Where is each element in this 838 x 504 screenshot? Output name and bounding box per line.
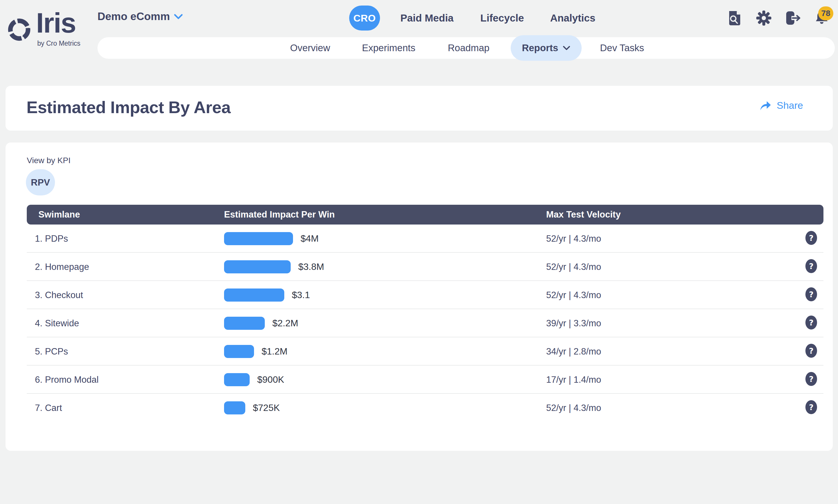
nav-analytics[interactable]: Analytics (550, 12, 595, 24)
velocity-value: 52/yr | 4.3/mo (546, 224, 601, 253)
share-label: Share (777, 100, 803, 111)
help-icon[interactable]: ? (805, 231, 817, 245)
impact-value: $3.8M (298, 253, 324, 281)
tab-reports[interactable]: Reports (511, 35, 582, 61)
table-row: 4. Sitewide $2.2M 39/yr | 3.3/mo ? (27, 309, 823, 337)
impact-value: $3.1 (292, 281, 310, 309)
table-row: 5. PCPs $1.2M 34/yr | 2.8/mo ? (27, 337, 823, 365)
nav-cro[interactable]: CRO (349, 5, 380, 31)
velocity-value: 52/yr | 4.3/mo (546, 253, 601, 281)
tab-dev-tasks[interactable]: Dev Tasks (600, 37, 644, 59)
tab-reports-label: Reports (522, 42, 558, 54)
table-row: 1. PDPs $4M 52/yr | 4.3/mo ? (27, 224, 823, 253)
nav-lifecycle[interactable]: Lifecycle (480, 12, 524, 24)
nav-paid-media[interactable]: Paid Media (400, 12, 453, 24)
swimlane-label: 7. Cart (35, 394, 62, 422)
col-swimlane: Swimlane (38, 205, 80, 224)
impact-bar (224, 345, 254, 358)
swimlane-label: 2. Homepage (35, 253, 89, 281)
impact-report-card: View by KPI RPV Swimlane Estimated Impac… (5, 143, 833, 451)
table-body: 1. PDPs $4M 52/yr | 4.3/mo ? 2. Homepage… (27, 224, 823, 422)
swimlane-label: 4. Sitewide (35, 309, 79, 337)
account-name: Demo eComm (97, 11, 170, 23)
tab-experiments[interactable]: Experiments (362, 37, 415, 59)
file-search-icon[interactable] (727, 10, 742, 26)
col-impact: Estimated Impact Per Win (224, 205, 335, 224)
kpi-pill-rpv[interactable]: RPV (26, 169, 55, 195)
help-icon[interactable]: ? (805, 372, 817, 386)
impact-bar (224, 232, 293, 245)
velocity-value: 52/yr | 4.3/mo (546, 281, 601, 309)
aperture-logo-icon (6, 16, 33, 43)
swimlane-label: 3. Checkout (35, 281, 83, 309)
impact-bar (224, 373, 250, 386)
impact-bar (224, 401, 245, 414)
help-icon[interactable]: ? (805, 287, 817, 301)
velocity-value: 52/yr | 4.3/mo (546, 394, 601, 422)
table-row: 2. Homepage $3.8M 52/yr | 4.3/mo ? (27, 253, 823, 281)
table-row: 3. Checkout $3.1 52/yr | 4.3/mo ? (27, 281, 823, 309)
iris-logo: Iris by Cro Metrics (6, 15, 82, 50)
impact-value: $4M (301, 224, 319, 253)
settings-gear-icon[interactable] (756, 10, 771, 26)
app-root: Iris by Cro Metrics Demo eComm CRO Paid … (0, 0, 838, 504)
table-row: 6. Promo Modal $900K 17/yr | 1.4/mo ? (27, 365, 823, 394)
swimlane-label: 1. PDPs (35, 224, 68, 253)
impact-value: $900K (257, 365, 284, 394)
velocity-value: 39/yr | 3.3/mo (546, 309, 601, 337)
velocity-value: 34/yr | 2.8/mo (546, 337, 601, 365)
chevron-down-icon (563, 46, 570, 51)
col-velocity: Max Test Velocity (546, 205, 621, 224)
title-card: Estimated Impact By Area Share (5, 86, 833, 130)
view-by-kpi-label: View by KPI (27, 156, 70, 165)
logout-icon[interactable] (785, 10, 800, 26)
impact-value: $725K (253, 394, 280, 422)
share-arrow-icon (760, 100, 771, 111)
help-icon[interactable]: ? (805, 316, 817, 329)
report-subnav: Overview Experiments Roadmap Reports Dev… (97, 37, 835, 59)
notifications-bell-icon[interactable]: 78 (814, 10, 829, 26)
impact-bar (224, 288, 284, 302)
table-header: Swimlane Estimated Impact Per Win Max Te… (27, 205, 823, 224)
product-nav: CRO Paid Media Lifecycle Analytics (349, 5, 595, 31)
help-icon[interactable]: ? (805, 400, 817, 414)
impact-value: $1.2M (262, 337, 287, 365)
page-title: Estimated Impact By Area (26, 97, 230, 117)
swimlane-label: 6. Promo Modal (35, 365, 99, 394)
swimlane-label: 5. PCPs (35, 337, 68, 365)
help-icon[interactable]: ? (805, 259, 817, 273)
velocity-value: 17/yr | 1.4/mo (546, 365, 601, 394)
utility-icons: 78 (727, 9, 829, 27)
help-icon[interactable]: ? (805, 344, 817, 358)
brand-name: Iris (36, 7, 76, 39)
table-row: 7. Cart $725K 52/yr | 4.3/mo ? (27, 394, 823, 422)
impact-bar (224, 317, 265, 330)
tab-roadmap[interactable]: Roadmap (448, 37, 489, 59)
chevron-down-icon (174, 14, 183, 19)
tab-overview[interactable]: Overview (290, 37, 330, 59)
impact-bar (224, 260, 291, 273)
share-button[interactable]: Share (760, 100, 803, 111)
impact-value: $2.2M (272, 309, 298, 337)
account-switcher[interactable]: Demo eComm (97, 9, 183, 24)
brand-tagline: by Cro Metrics (37, 39, 80, 48)
notification-count-badge: 78 (818, 6, 833, 20)
